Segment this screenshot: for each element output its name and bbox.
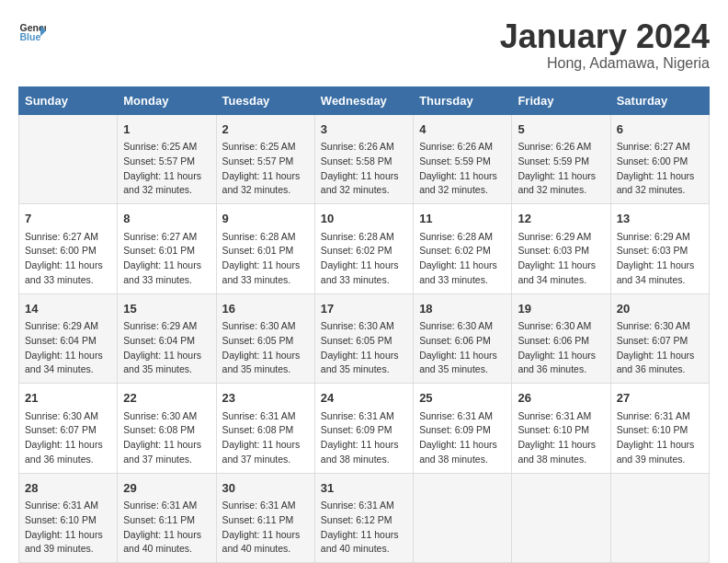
calendar-week-4: 21Sunrise: 6:30 AMSunset: 6:07 PMDayligh… (19, 384, 710, 474)
day-info: Sunrise: 6:29 AMSunset: 6:04 PMDaylight:… (123, 319, 210, 377)
day-number: 18 (419, 300, 506, 318)
calendar-cell: 15Sunrise: 6:29 AMSunset: 6:04 PMDayligh… (118, 293, 216, 384)
calendar-cell: 30Sunrise: 6:31 AMSunset: 6:11 PMDayligh… (216, 473, 314, 563)
day-info: Sunrise: 6:31 AMSunset: 6:09 PMDaylight:… (419, 409, 506, 467)
day-info: Sunrise: 6:27 AMSunset: 6:00 PMDaylight:… (25, 230, 111, 288)
calendar-week-1: 1Sunrise: 6:25 AMSunset: 5:57 PMDaylight… (19, 114, 710, 204)
location-subtitle: Hong, Adamawa, Nigeria (500, 55, 710, 72)
day-number: 26 (518, 389, 604, 408)
day-info: Sunrise: 6:31 AMSunset: 6:08 PMDaylight:… (222, 409, 309, 467)
calendar-cell (610, 473, 709, 563)
day-number: 9 (222, 210, 309, 228)
day-number: 2 (222, 121, 309, 139)
day-info: Sunrise: 6:28 AMSunset: 6:02 PMDaylight:… (419, 230, 506, 288)
calendar-table: SundayMondayTuesdayWednesdayThursdayFrid… (18, 86, 710, 563)
calendar-cell: 18Sunrise: 6:30 AMSunset: 6:06 PMDayligh… (414, 293, 512, 384)
day-info: Sunrise: 6:31 AMSunset: 6:09 PMDaylight:… (321, 409, 407, 467)
day-number: 7 (25, 210, 111, 228)
calendar-cell: 4Sunrise: 6:26 AMSunset: 5:59 PMDaylight… (414, 114, 512, 204)
calendar-cell: 13Sunrise: 6:29 AMSunset: 6:03 PMDayligh… (610, 204, 709, 294)
day-info: Sunrise: 6:31 AMSunset: 6:10 PMDaylight:… (518, 409, 604, 467)
title-area: January 2024 Hong, Adamawa, Nigeria (500, 18, 710, 72)
calendar-cell: 28Sunrise: 6:31 AMSunset: 6:10 PMDayligh… (19, 473, 118, 563)
svg-text:Blue: Blue (20, 31, 41, 42)
calendar-cell: 21Sunrise: 6:30 AMSunset: 6:07 PMDayligh… (19, 384, 118, 474)
weekday-header-tuesday: Tuesday (216, 86, 314, 114)
day-number: 29 (123, 479, 210, 498)
calendar-cell: 24Sunrise: 6:31 AMSunset: 6:09 PMDayligh… (314, 384, 413, 474)
day-info: Sunrise: 6:31 AMSunset: 6:11 PMDaylight:… (222, 499, 309, 557)
day-number: 8 (123, 210, 210, 228)
day-number: 6 (617, 121, 703, 139)
day-info: Sunrise: 6:30 AMSunset: 6:08 PMDaylight:… (123, 409, 210, 467)
weekday-header-monday: Monday (118, 86, 216, 114)
day-info: Sunrise: 6:29 AMSunset: 6:03 PMDaylight:… (518, 230, 604, 288)
day-number: 30 (222, 479, 309, 498)
calendar-cell: 29Sunrise: 6:31 AMSunset: 6:11 PMDayligh… (118, 473, 216, 563)
calendar-cell: 3Sunrise: 6:26 AMSunset: 5:58 PMDaylight… (314, 114, 413, 204)
calendar-cell: 10Sunrise: 6:28 AMSunset: 6:02 PMDayligh… (314, 204, 413, 294)
calendar-cell: 23Sunrise: 6:31 AMSunset: 6:08 PMDayligh… (216, 384, 314, 474)
calendar-week-3: 14Sunrise: 6:29 AMSunset: 6:04 PMDayligh… (19, 293, 710, 384)
calendar-cell: 31Sunrise: 6:31 AMSunset: 6:12 PMDayligh… (314, 473, 413, 563)
day-info: Sunrise: 6:28 AMSunset: 6:02 PMDaylight:… (321, 230, 407, 288)
calendar-cell (19, 114, 118, 204)
day-number: 5 (518, 121, 604, 139)
day-number: 16 (222, 300, 309, 318)
calendar-cell: 20Sunrise: 6:30 AMSunset: 6:07 PMDayligh… (610, 293, 709, 384)
day-info: Sunrise: 6:30 AMSunset: 6:07 PMDaylight:… (617, 319, 703, 377)
weekday-header-friday: Friday (512, 86, 610, 114)
day-number: 22 (123, 389, 210, 408)
calendar-cell (414, 473, 512, 563)
day-number: 11 (419, 210, 506, 228)
calendar-cell: 12Sunrise: 6:29 AMSunset: 6:03 PMDayligh… (512, 204, 610, 294)
calendar-cell: 2Sunrise: 6:25 AMSunset: 5:57 PMDaylight… (216, 114, 314, 204)
calendar-cell: 9Sunrise: 6:28 AMSunset: 6:01 PMDaylight… (216, 204, 314, 294)
day-number: 21 (25, 389, 111, 408)
day-info: Sunrise: 6:25 AMSunset: 5:57 PMDaylight:… (123, 140, 210, 198)
day-info: Sunrise: 6:31 AMSunset: 6:10 PMDaylight:… (25, 499, 111, 557)
day-info: Sunrise: 6:31 AMSunset: 6:11 PMDaylight:… (123, 499, 210, 557)
day-number: 17 (321, 300, 407, 318)
day-info: Sunrise: 6:27 AMSunset: 6:00 PMDaylight:… (617, 140, 703, 198)
calendar-cell: 7Sunrise: 6:27 AMSunset: 6:00 PMDaylight… (19, 204, 118, 294)
day-number: 4 (419, 121, 506, 139)
calendar-cell: 19Sunrise: 6:30 AMSunset: 6:06 PMDayligh… (512, 293, 610, 384)
day-info: Sunrise: 6:26 AMSunset: 5:59 PMDaylight:… (518, 140, 604, 198)
day-number: 31 (321, 479, 407, 498)
calendar-cell: 11Sunrise: 6:28 AMSunset: 6:02 PMDayligh… (414, 204, 512, 294)
day-number: 28 (25, 479, 111, 498)
day-info: Sunrise: 6:29 AMSunset: 6:03 PMDaylight:… (617, 230, 703, 288)
weekday-header-sunday: Sunday (19, 86, 118, 114)
calendar-cell: 25Sunrise: 6:31 AMSunset: 6:09 PMDayligh… (414, 384, 512, 474)
calendar-cell: 1Sunrise: 6:25 AMSunset: 5:57 PMDaylight… (118, 114, 216, 204)
day-number: 25 (419, 389, 506, 408)
day-info: Sunrise: 6:27 AMSunset: 6:01 PMDaylight:… (123, 230, 210, 288)
day-number: 10 (321, 210, 407, 228)
day-number: 13 (617, 210, 703, 228)
logo: General Blue (18, 18, 46, 46)
calendar-cell: 26Sunrise: 6:31 AMSunset: 6:10 PMDayligh… (512, 384, 610, 474)
day-info: Sunrise: 6:30 AMSunset: 6:05 PMDaylight:… (222, 319, 309, 377)
day-info: Sunrise: 6:30 AMSunset: 6:06 PMDaylight:… (419, 319, 506, 377)
month-title: January 2024 (500, 18, 710, 55)
weekday-header-wednesday: Wednesday (314, 86, 413, 114)
day-info: Sunrise: 6:30 AMSunset: 6:06 PMDaylight:… (518, 319, 604, 377)
page-header: General Blue January 2024 Hong, Adamawa,… (18, 18, 710, 72)
day-info: Sunrise: 6:29 AMSunset: 6:04 PMDaylight:… (25, 319, 111, 377)
day-number: 23 (222, 389, 309, 408)
calendar-cell: 8Sunrise: 6:27 AMSunset: 6:01 PMDaylight… (118, 204, 216, 294)
day-info: Sunrise: 6:30 AMSunset: 6:07 PMDaylight:… (25, 409, 111, 467)
day-info: Sunrise: 6:26 AMSunset: 5:58 PMDaylight:… (321, 140, 407, 198)
calendar-cell: 16Sunrise: 6:30 AMSunset: 6:05 PMDayligh… (216, 293, 314, 384)
logo-icon: General Blue (18, 18, 46, 46)
calendar-cell: 27Sunrise: 6:31 AMSunset: 6:10 PMDayligh… (610, 384, 709, 474)
day-info: Sunrise: 6:25 AMSunset: 5:57 PMDaylight:… (222, 140, 309, 198)
day-info: Sunrise: 6:28 AMSunset: 6:01 PMDaylight:… (222, 230, 309, 288)
day-number: 14 (25, 300, 111, 318)
day-number: 15 (123, 300, 210, 318)
day-info: Sunrise: 6:31 AMSunset: 6:12 PMDaylight:… (321, 499, 407, 557)
calendar-cell: 14Sunrise: 6:29 AMSunset: 6:04 PMDayligh… (19, 293, 118, 384)
calendar-cell: 17Sunrise: 6:30 AMSunset: 6:05 PMDayligh… (314, 293, 413, 384)
day-info: Sunrise: 6:31 AMSunset: 6:10 PMDaylight:… (617, 409, 703, 467)
